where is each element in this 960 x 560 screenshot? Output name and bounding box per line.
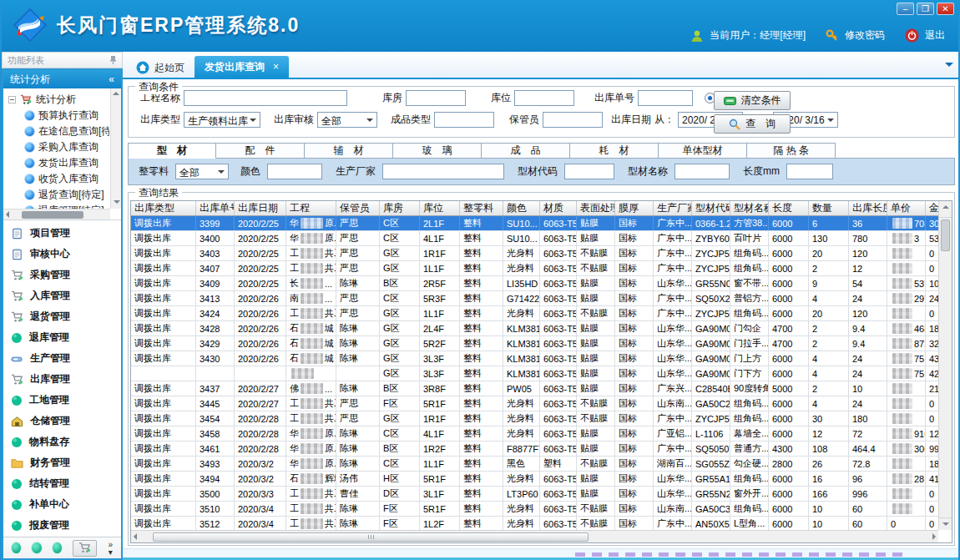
column-header[interactable]: 库房 [380, 201, 420, 215]
table-row[interactable]: 调拨出库34132020/2/26南...严思C区5R3F整料G71422606… [131, 291, 938, 306]
out-type-select[interactable]: 生产领料出库 [184, 112, 260, 128]
sidebar-item-仓储管理[interactable]: 仓储管理 [3, 411, 121, 431]
tree-vertical-scrollbar[interactable] [110, 88, 121, 209]
quick-button-3[interactable] [53, 542, 62, 553]
quick-button-2[interactable] [32, 542, 41, 553]
column-header[interactable]: 单价 [887, 201, 926, 215]
warehouse-input[interactable] [406, 90, 466, 106]
sidebar-item-出库管理[interactable]: 出库管理 [3, 369, 121, 390]
table-row[interactable]: 调拨出库34072020/2/25工共工程严思G区1L1F整料光身料6063-T… [131, 261, 938, 276]
tree-horizontal-scrollbar[interactable] [3, 209, 110, 219]
material-tab-6[interactable]: 耗 材 [570, 143, 659, 159]
table-vertical-scrollbar[interactable] [938, 201, 952, 530]
tab-overflow-chevron-down-icon[interactable] [945, 63, 953, 71]
sidebar-item-补单中心[interactable]: 补单中心 [3, 494, 121, 515]
product-type-input[interactable] [434, 112, 494, 128]
column-header[interactable]: 材质 [540, 201, 577, 215]
table-row[interactable]: 调拨出库34372020/2/27佛...陈琳B区3R8F整料PW056063-… [131, 381, 938, 396]
column-header[interactable]: 出库日期 [235, 201, 286, 215]
column-header[interactable]: 长度 [769, 201, 809, 215]
column-header[interactable]: 颜色 [503, 201, 540, 215]
table-row[interactable]: 调拨出库34942020/3/2石辉城汤伟H区5R1F整料光身料6063-T5贴… [131, 472, 938, 487]
sidebar-item-生产管理[interactable]: 生产管理 [3, 348, 121, 369]
color-input[interactable] [267, 164, 322, 179]
column-header[interactable]: 库位 [420, 201, 460, 215]
tree-item[interactable]: 退货查询[待定] [8, 187, 109, 203]
material-tab-4[interactable]: 玻 璃 [393, 143, 482, 159]
cart-tool-button[interactable] [73, 540, 98, 557]
table-row[interactable]: 调拨出库35002020/3/3工共工程曹佳D区3L1F整料LT3P606063… [131, 487, 938, 502]
table-row[interactable]: 调拨出库34932020/3/2华原...陈琳C区1L1F整料黑色塑料不贴膜国标… [131, 457, 938, 472]
column-header[interactable]: 出库类型 [131, 201, 196, 215]
column-header[interactable]: 出库单号 [196, 201, 235, 215]
sidebar-item-入库管理[interactable]: 入库管理 [3, 285, 121, 306]
table-row[interactable]: 调拨出库35102020/3/4工共工程陈琳F区5R1F整料光身料6063-T5… [131, 502, 938, 517]
table-row[interactable]: 调拨出库34282020/2/26石城陈琳G区2L4F整料KLM38176063… [131, 321, 938, 336]
column-header[interactable]: 数量 [809, 201, 849, 215]
sidebar-item-审核中心[interactable]: 审核中心 [3, 244, 121, 265]
column-header[interactable]: 整零料 [460, 201, 503, 215]
sidebar-item-采购管理[interactable]: 采购管理 [3, 265, 121, 285]
search-button[interactable]: 查 询 [714, 114, 791, 134]
column-header[interactable]: 膜厚 [615, 201, 654, 215]
whole-part-select[interactable]: 全部 [175, 164, 229, 179]
tab-active[interactable]: 发货出库查询 × [195, 56, 289, 78]
pin-icon[interactable] [109, 55, 117, 65]
tab-home[interactable]: 起始页 [126, 58, 195, 78]
column-header[interactable]: 型材代码 [692, 201, 730, 215]
table-row[interactable]: 调拨出库34092020/2/25长...陈琳B区2R5F整料LI35HD606… [131, 276, 938, 291]
table-row[interactable]: 调拨出库33992020/2/25华原...严思C区2L1F整料SU10...6… [131, 216, 938, 231]
table-row[interactable]: G区3L3F整料KLM38176063-T5贴膜国标山东华...GA90M09.… [131, 366, 938, 381]
material-tab-8[interactable]: 隔 热 条 [747, 143, 836, 159]
table-row[interactable]: 调拨出库34242020/2/26工共工程严思G区1L1F整料光身料6063-T… [131, 306, 938, 321]
material-tab-7[interactable]: 单体型材 [659, 143, 747, 159]
column-header[interactable]: 保管员 [336, 201, 380, 215]
length-input[interactable] [786, 164, 833, 179]
tree-item[interactable]: 在途信息查询[待 [8, 124, 109, 139]
column-header[interactable]: 工程 [286, 201, 336, 215]
project-name-input[interactable] [184, 90, 347, 106]
section-header[interactable]: 统计分析 « [3, 70, 121, 88]
column-header[interactable]: 表面处理 [577, 201, 615, 215]
profile-name-input[interactable] [675, 164, 730, 179]
collapse-icon[interactable]: « [109, 73, 114, 85]
table-row[interactable]: 调拨出库34302020/2/26石城陈琳G区3L3F整料KLM38176063… [131, 351, 938, 366]
audit-select[interactable]: 全部 [317, 112, 377, 128]
tab-close-icon[interactable]: × [273, 61, 279, 73]
profile-code-input[interactable] [564, 164, 614, 179]
table-row[interactable]: 调拨出库34032020/2/25工共工程严思G区1R1F整料光身料6063-T… [131, 246, 938, 261]
sidebar-item-工地管理[interactable]: 工地管理 [3, 390, 121, 411]
table-row[interactable]: 调拨出库34582020/2/28华原...陈琳C区4L1F整料光身料6063-… [131, 426, 938, 441]
maximize-button[interactable]: ❐ [917, 3, 934, 15]
material-tab-3[interactable]: 辅 材 [305, 143, 393, 159]
tree-expander-icon[interactable] [8, 96, 16, 103]
sidebar-item-财务管理[interactable]: 财务管理 [3, 452, 121, 473]
close-button[interactable]: ✕ [937, 3, 954, 15]
material-tab-2[interactable]: 配 件 [216, 143, 305, 159]
sidebar-item-退库管理[interactable]: 退库管理 [3, 327, 121, 348]
material-tab-1[interactable]: 型 材 [128, 143, 216, 159]
column-header[interactable]: 型材名称 [730, 201, 769, 215]
change-password-link[interactable]: 修改密码 [845, 28, 885, 43]
sidebar-item-退货管理[interactable]: 退货管理 [3, 306, 121, 327]
sidebar-item-项目管理[interactable]: 项目管理 [3, 223, 121, 244]
table-row[interactable]: 调拨出库35122020/3/4工共工程陈琳F区1L2F整料光身料6063-T5… [131, 517, 938, 530]
table-row[interactable]: 调拨出库34292020/2/26石城陈琳G区5R2F整料KLM38176063… [131, 336, 938, 351]
tree-item[interactable]: 预算执行查询 [8, 108, 109, 124]
keeper-input[interactable] [543, 112, 603, 128]
order-no-input[interactable] [638, 90, 693, 106]
table-row[interactable]: 调拨出库34612020/2/28华原...陈琳B区1R2F整料F8877FT6… [131, 441, 938, 457]
tree-item[interactable]: 发货出库查询 [8, 155, 109, 171]
minimize-button[interactable]: – [897, 3, 914, 15]
tree-item[interactable]: 采购入库查询 [8, 139, 109, 155]
column-header[interactable]: 金额 [926, 201, 938, 215]
tree-item[interactable]: 收货入库查询 [8, 171, 109, 187]
sidebar-overflow-button[interactable]: »▾ [108, 541, 113, 556]
table-row[interactable]: 调拨出库34002020/2/25华原...严思C区4L1F整料SU10...6… [131, 231, 938, 246]
quick-button-1[interactable] [12, 542, 21, 553]
horizontal-scroll-thumb[interactable] [153, 532, 589, 542]
sidebar-item-物料盘存[interactable]: 物料盘存 [3, 431, 121, 452]
table-row[interactable]: 调拨出库34452020/2/27工共工程严思F区5R1F整料光身料6063-T… [131, 396, 938, 411]
logout-link[interactable]: 退出 [925, 28, 945, 43]
column-header[interactable]: 生产厂家 [654, 201, 692, 215]
